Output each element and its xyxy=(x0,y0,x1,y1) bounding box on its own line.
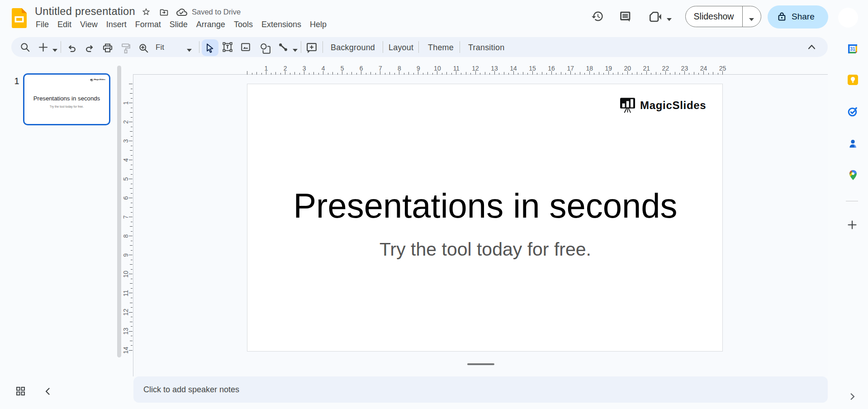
svg-text:4: 4 xyxy=(122,158,129,162)
svg-text:18: 18 xyxy=(586,65,593,72)
svg-text:6: 6 xyxy=(122,196,129,200)
svg-text:21: 21 xyxy=(643,65,650,72)
svg-text:3: 3 xyxy=(122,139,129,143)
svg-text:9: 9 xyxy=(122,253,129,257)
svg-text:10: 10 xyxy=(122,271,129,278)
svg-text:15: 15 xyxy=(529,65,536,72)
svg-text:12: 12 xyxy=(472,65,479,72)
svg-text:3: 3 xyxy=(303,65,306,72)
svg-text:11: 11 xyxy=(122,290,129,296)
svg-text:4: 4 xyxy=(322,65,325,72)
svg-text:5: 5 xyxy=(122,177,129,181)
svg-text:2: 2 xyxy=(122,120,129,124)
svg-text:20: 20 xyxy=(624,65,631,72)
svg-text:7: 7 xyxy=(379,65,382,72)
svg-text:1: 1 xyxy=(265,65,268,72)
svg-text:31: 31 xyxy=(850,47,855,52)
svg-text:17: 17 xyxy=(567,65,574,72)
svg-text:11: 11 xyxy=(453,65,460,72)
svg-text:7: 7 xyxy=(122,215,129,219)
svg-text:16: 16 xyxy=(548,65,555,72)
svg-text:5: 5 xyxy=(341,65,344,72)
svg-text:14: 14 xyxy=(510,65,517,72)
svg-text:25: 25 xyxy=(719,65,726,72)
svg-text:8: 8 xyxy=(398,65,401,72)
svg-text:24: 24 xyxy=(700,65,707,72)
svg-text:9: 9 xyxy=(417,65,420,72)
svg-text:8: 8 xyxy=(122,234,129,238)
svg-text:19: 19 xyxy=(605,65,612,72)
svg-text:23: 23 xyxy=(681,65,688,72)
svg-text:22: 22 xyxy=(662,65,669,72)
svg-text:14: 14 xyxy=(122,347,129,354)
svg-text:13: 13 xyxy=(122,328,129,335)
svg-text:13: 13 xyxy=(491,65,498,72)
svg-text:1: 1 xyxy=(122,101,129,105)
svg-text:2: 2 xyxy=(284,65,287,72)
svg-text:10: 10 xyxy=(434,65,441,72)
svg-text:12: 12 xyxy=(122,309,129,316)
svg-text:6: 6 xyxy=(360,65,363,72)
